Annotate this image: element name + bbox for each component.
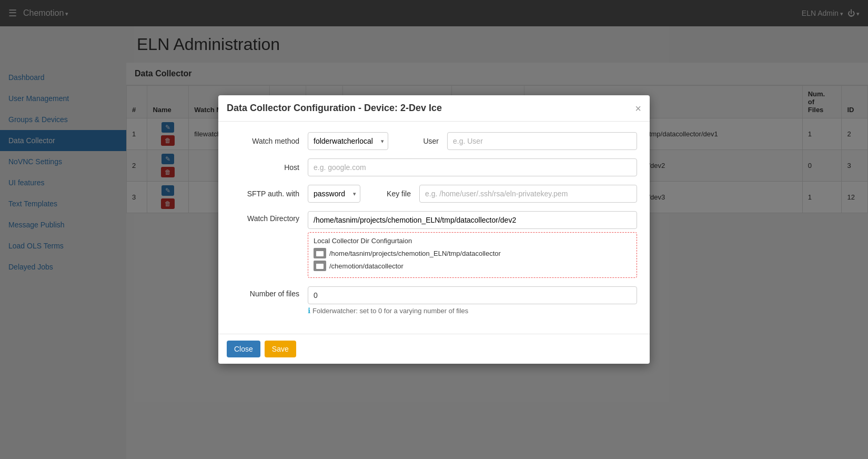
- modal-title: Data Collector Configuration - Device: 2…: [227, 103, 442, 114]
- local-collector-title: Local Collector Dir Configurtaion: [314, 237, 631, 245]
- watch-dir-input[interactable]: [308, 211, 637, 229]
- num-files-label: Number of files: [231, 286, 299, 298]
- sftp-key-row: SFTP auth. with password key Key file: [231, 185, 637, 203]
- modal-close-x-button[interactable]: ×: [635, 103, 641, 114]
- save-button[interactable]: Save: [265, 341, 296, 357]
- user-label: User: [397, 137, 439, 145]
- watch-method-select-wrapper: folderwatcherlocal filewatcherlocal fold…: [308, 132, 388, 150]
- watch-dir-container: Local Collector Dir Configurtaion /home/…: [308, 211, 637, 278]
- host-label: Host: [231, 163, 299, 172]
- key-file-label: Key file: [369, 189, 411, 198]
- watch-dir-label: Watch Directory: [231, 211, 299, 223]
- dir-item-2[interactable]: /chemotion/datacollector: [314, 261, 631, 271]
- modal: Data Collector Configuration - Device: 2…: [218, 95, 650, 364]
- watch-dir-row: Watch Directory Local Collector Dir Conf…: [231, 211, 637, 278]
- watch-method-label: Watch method: [231, 137, 299, 145]
- host-row: Host: [231, 158, 637, 176]
- close-button[interactable]: Close: [227, 341, 260, 357]
- folder-icon-1: [314, 248, 326, 258]
- svg-rect-1: [316, 251, 319, 253]
- info-icon: ℹ: [308, 306, 310, 315]
- svg-rect-3: [316, 264, 319, 265]
- modal-body: Watch method folderwatcherlocal filewatc…: [218, 122, 650, 334]
- folder-icon-2: [314, 261, 326, 271]
- watch-method-select[interactable]: folderwatcherlocal filewatcherlocal fold…: [308, 132, 388, 150]
- num-files-group: ℹ Folderwatcher: set to 0 for a varying …: [308, 286, 637, 315]
- num-files-input[interactable]: [308, 286, 637, 304]
- host-input[interactable]: [308, 158, 637, 176]
- sftp-auth-select-wrapper: password key: [308, 185, 360, 203]
- modal-overlay[interactable]: Data Collector Configuration - Device: 2…: [0, 0, 868, 459]
- num-files-row: Number of files ℹ Folderwatcher: set to …: [231, 286, 637, 315]
- help-text-content: Folderwatcher: set to 0 for a varying nu…: [312, 307, 468, 315]
- modal-header: Data Collector Configuration - Device: 2…: [218, 95, 650, 122]
- sftp-auth-label: SFTP auth. with: [231, 189, 299, 198]
- dir-item-1[interactable]: /home/tasnim/projects/chemotion_ELN/tmp/…: [314, 248, 631, 258]
- num-files-help: ℹ Folderwatcher: set to 0 for a varying …: [308, 306, 637, 315]
- key-file-input[interactable]: [419, 185, 637, 203]
- dir-path-2: /chemotion/datacollector: [329, 262, 403, 270]
- modal-footer: Close Save: [218, 334, 650, 364]
- dir-path-1: /home/tasnim/projects/chemotion_ELN/tmp/…: [329, 250, 501, 257]
- watch-method-user-row: Watch method folderwatcherlocal filewatc…: [231, 132, 637, 150]
- sftp-auth-select[interactable]: password key: [308, 185, 360, 203]
- user-input[interactable]: [447, 132, 637, 150]
- local-collector-box: Local Collector Dir Configurtaion /home/…: [308, 232, 637, 278]
